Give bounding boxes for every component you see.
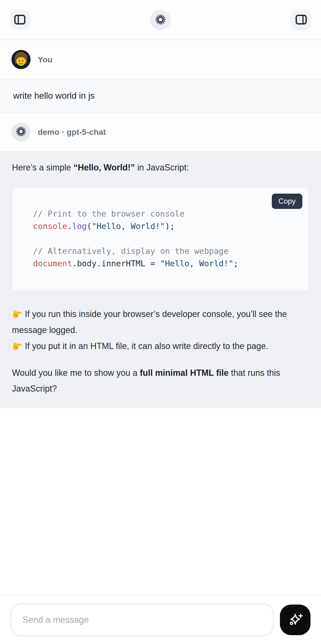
text-segment: If you put it in an HTML file, it can al…	[22, 341, 268, 351]
user-name-label: You	[38, 55, 52, 64]
text-segment: full minimal HTML file	[140, 368, 229, 378]
sparkle-plus-icon	[287, 611, 303, 628]
message-composer	[0, 595, 321, 644]
text-segment: in JavaScript:	[135, 162, 189, 172]
person-emoji-icon	[11, 50, 30, 69]
starburst-icon	[155, 14, 166, 26]
assistant-intro-paragraph: Here’s a simple “Hello, World!” in JavaS…	[12, 162, 309, 174]
user-message-text: write hello world in js	[13, 91, 95, 101]
code-block: Copy // Print to the browser consolecons…	[12, 187, 309, 291]
code-content: // Print to the browser consoleconsole.l…	[12, 188, 309, 291]
code-token: // Print to the browser console	[33, 209, 185, 218]
code-token: "Hello, World!"	[92, 221, 165, 231]
code-line	[33, 232, 299, 245]
code-token: document	[33, 259, 72, 268]
assistant-question-paragraph: Would you like me to show you a full min…	[12, 365, 309, 396]
assistant-tips-paragraph: If you run this inside your browser’s de…	[12, 306, 309, 354]
assistant-message: Here’s a simple “Hello, World!” in JavaS…	[0, 151, 321, 408]
code-token: console	[33, 221, 67, 231]
model-button[interactable]	[150, 10, 171, 30]
text-segment: Would you like me to show you a	[12, 368, 140, 378]
panel-right-icon	[295, 14, 308, 26]
code-token: );	[165, 221, 175, 231]
top-toolbar	[0, 0, 321, 40]
code-token: ;	[233, 259, 238, 268]
code-line: // Alternatively, display on the webpage	[33, 245, 299, 257]
toggle-left-sidebar-button[interactable]	[9, 10, 30, 30]
chat-empty-space	[0, 408, 321, 595]
assistant-sender-row: demo · gpt-5-chat	[0, 113, 321, 151]
panel-left-icon	[13, 14, 26, 26]
code-token: .body.innerHTML =	[72, 259, 160, 268]
code-line: console.log("Hello, World!");	[33, 220, 299, 232]
starburst-icon	[15, 126, 26, 138]
text-segment: “Hello, World!”	[73, 162, 135, 172]
user-sender-row: You	[0, 40, 321, 79]
user-message: write hello world in js	[0, 79, 321, 113]
code-token: (	[87, 221, 91, 231]
code-line: // Print to the browser console	[33, 208, 299, 220]
toggle-right-sidebar-button[interactable]	[291, 10, 312, 30]
point-right-emoji-icon	[12, 308, 22, 318]
code-token: .	[67, 221, 72, 231]
user-avatar	[11, 50, 30, 69]
text-segment: If you run this inside your browser’s de…	[12, 309, 287, 335]
code-token: "Hello, World!"	[160, 259, 233, 268]
text-segment: Here’s a simple	[12, 162, 73, 172]
code-token: // Alternatively, display on the webpage	[33, 246, 229, 256]
send-button[interactable]	[280, 604, 311, 635]
message-input[interactable]	[10, 604, 274, 636]
point-right-emoji-icon	[12, 340, 22, 350]
tip-line: If you put it in an HTML file, it can al…	[12, 338, 309, 354]
code-token: log	[72, 221, 87, 231]
assistant-name-label: demo · gpt-5-chat	[38, 128, 106, 137]
assistant-avatar	[11, 122, 30, 142]
copy-code-button[interactable]: Copy	[272, 194, 302, 209]
code-line: document.body.innerHTML = "Hello, World!…	[33, 257, 299, 270]
tip-line: If you run this inside your browser’s de…	[12, 306, 309, 338]
